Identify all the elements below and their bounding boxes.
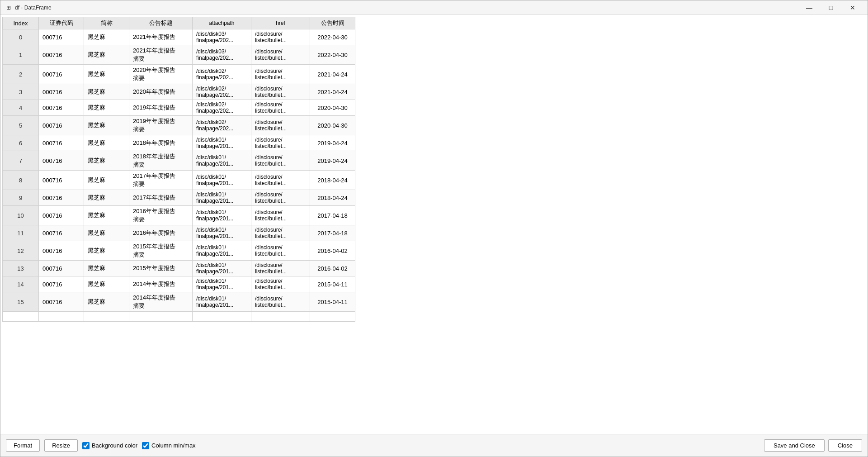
empty-cell (251, 312, 310, 322)
table-row: 10000716黑芝麻2016年年度报告 摘要/disc/disk01/ fin… (3, 206, 355, 225)
maximize-button[interactable]: □ (821, 0, 841, 15)
footer-bar: Format Resize Background color Column mi… (0, 434, 868, 457)
cell-date: 2022-04-30 (310, 29, 355, 45)
empty-cell (3, 312, 39, 322)
empty-cell (129, 312, 193, 322)
cell-name: 黑芝麻 (84, 261, 129, 276)
cell-date: 2015-04-11 (310, 276, 355, 292)
cell-href: /disclosure/ listed/bullet... (251, 100, 310, 116)
table-row: 12000716黑芝麻2015年年度报告 摘要/disc/disk01/ fin… (3, 241, 355, 261)
cell-href: /disclosure/ listed/bullet... (251, 116, 310, 135)
col-header-attachpath: attachpath (193, 17, 251, 29)
cell-attachpath: /disc/disk02/ finalpage/202... (193, 116, 251, 135)
cell-code: 000716 (39, 171, 84, 190)
footer-right-buttons: Save and Close Close (764, 439, 862, 452)
cell-attachpath: /disc/disk01/ finalpage/201... (193, 171, 251, 190)
cell-index: 3 (3, 84, 39, 100)
cell-date: 2015-04-11 (310, 292, 355, 312)
col-header-date: 公告时间 (310, 17, 355, 29)
cell-date: 2018-04-24 (310, 171, 355, 190)
cell-index: 4 (3, 100, 39, 116)
cell-code: 000716 (39, 45, 84, 65)
cell-index: 5 (3, 116, 39, 135)
table-row: 13000716黑芝麻2015年年度报告/disc/disk01/ finalp… (3, 261, 355, 276)
cell-attachpath: /disc/disk02/ finalpage/202... (193, 84, 251, 100)
cell-attachpath: /disc/disk01/ finalpage/201... (193, 241, 251, 261)
cell-date: 2016-04-02 (310, 261, 355, 276)
cell-title: 2017年年度报告 摘要 (129, 171, 193, 190)
title-bar: ⊞ df - DataFrame — □ ✕ (0, 0, 868, 15)
col-minmax-checkbox-label[interactable]: Column min/max (142, 442, 196, 449)
cell-name: 黑芝麻 (84, 116, 129, 135)
cell-name: 黑芝麻 (84, 84, 129, 100)
cell-href: /disclosure/ listed/bullet... (251, 261, 310, 276)
empty-cell (310, 312, 355, 322)
cell-index: 1 (3, 45, 39, 65)
table-row: 3000716黑芝麻2020年年度报告/disc/disk02/ finalpa… (3, 84, 355, 100)
save-close-button[interactable]: Save and Close (764, 439, 825, 452)
cell-name: 黑芝麻 (84, 65, 129, 84)
cell-name: 黑芝麻 (84, 190, 129, 206)
table-row: 9000716黑芝麻2017年年度报告/disc/disk01/ finalpa… (3, 190, 355, 206)
cell-name: 黑芝麻 (84, 241, 129, 261)
cell-title: 2016年年度报告 摘要 (129, 206, 193, 225)
cell-name: 黑芝麻 (84, 206, 129, 225)
cell-code: 000716 (39, 225, 84, 241)
cell-href: /disclosure/ listed/bullet... (251, 45, 310, 65)
table-row: 7000716黑芝麻2018年年度报告 摘要/disc/disk01/ fina… (3, 151, 355, 171)
cell-attachpath: /disc/disk03/ finalpage/202... (193, 29, 251, 45)
window-controls: — □ ✕ (799, 0, 863, 15)
cell-attachpath: /disc/disk01/ finalpage/201... (193, 292, 251, 312)
cell-attachpath: /disc/disk02/ finalpage/202... (193, 65, 251, 84)
col-minmax-label: Column min/max (151, 442, 196, 449)
cell-date: 2019-04-24 (310, 151, 355, 171)
cell-code: 000716 (39, 84, 84, 100)
cell-href: /disclosure/ listed/bullet... (251, 206, 310, 225)
cell-code: 000716 (39, 241, 84, 261)
cell-name: 黑芝麻 (84, 100, 129, 116)
bg-color-checkbox-label[interactable]: Background color (82, 442, 137, 449)
cell-name: 黑芝麻 (84, 292, 129, 312)
table-row: 0000716黑芝麻2021年年度报告/disc/disk03/ finalpa… (3, 29, 355, 45)
cell-index: 14 (3, 276, 39, 292)
cell-date: 2020-04-30 (310, 116, 355, 135)
cell-code: 000716 (39, 190, 84, 206)
cell-attachpath: /disc/disk01/ finalpage/201... (193, 151, 251, 171)
table-row: 11000716黑芝麻2016年年度报告/disc/disk01/ finalp… (3, 225, 355, 241)
col-minmax-checkbox[interactable] (142, 442, 149, 449)
window-title: df - DataFrame (15, 5, 799, 11)
cell-index: 9 (3, 190, 39, 206)
table-row: 15000716黑芝麻2014年年度报告 摘要/disc/disk01/ fin… (3, 292, 355, 312)
close-window-button[interactable]: ✕ (842, 0, 863, 15)
cell-title: 2016年年度报告 (129, 225, 193, 241)
cell-code: 000716 (39, 116, 84, 135)
cell-code: 000716 (39, 29, 84, 45)
cell-date: 2021-04-24 (310, 84, 355, 100)
cell-attachpath: /disc/disk01/ finalpage/201... (193, 276, 251, 292)
cell-title: 2021年年度报告 摘要 (129, 45, 193, 65)
cell-index: 6 (3, 135, 39, 151)
table-row: 6000716黑芝麻2018年年度报告/disc/disk01/ finalpa… (3, 135, 355, 151)
table-row: 5000716黑芝麻2019年年度报告 摘要/disc/disk02/ fina… (3, 116, 355, 135)
cell-title: 2020年年度报告 (129, 84, 193, 100)
cell-date: 2019-04-24 (310, 135, 355, 151)
cell-code: 000716 (39, 206, 84, 225)
resize-button[interactable]: Resize (44, 439, 78, 452)
table-container[interactable]: Index 证券代码 简称 公告标题 attachpath href 公告时间 … (2, 17, 866, 432)
close-button[interactable]: Close (828, 439, 862, 452)
cell-date: 2022-04-30 (310, 45, 355, 65)
minimize-button[interactable]: — (799, 0, 820, 15)
cell-name: 黑芝麻 (84, 276, 129, 292)
cell-attachpath: /disc/disk01/ finalpage/201... (193, 190, 251, 206)
format-button[interactable]: Format (6, 439, 40, 452)
cell-attachpath: /disc/disk03/ finalpage/202... (193, 45, 251, 65)
cell-code: 000716 (39, 135, 84, 151)
cell-href: /disclosure/ listed/bullet... (251, 190, 310, 206)
bg-color-checkbox[interactable] (82, 442, 90, 449)
col-header-href: href (251, 17, 310, 29)
bg-color-label: Background color (92, 442, 137, 449)
cell-name: 黑芝麻 (84, 29, 129, 45)
cell-index: 0 (3, 29, 39, 45)
col-header-index: Index (3, 17, 39, 29)
cell-href: /disclosure/ listed/bullet... (251, 135, 310, 151)
